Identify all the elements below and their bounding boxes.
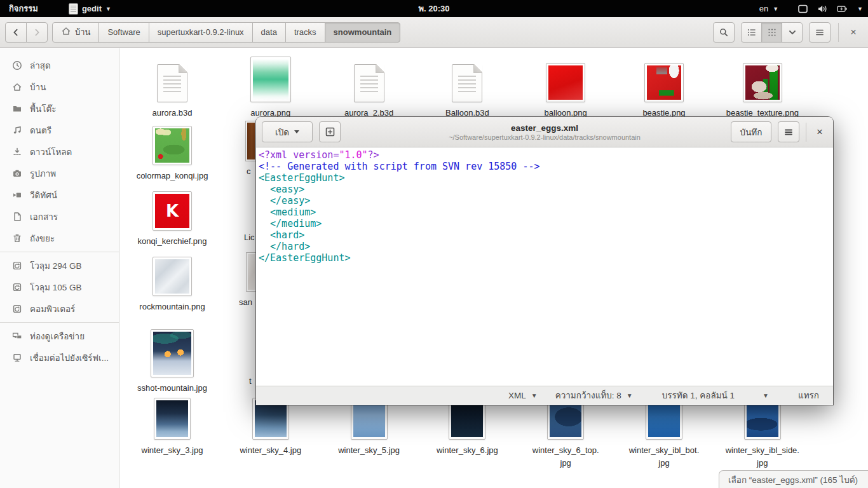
file-item[interactable]: beastie.png: [616, 54, 712, 119]
selection-status-text: เลือก “easter_eggs.xml” (165 ไบต์): [728, 473, 858, 487]
sidebar-item-label: บ้าน: [30, 80, 46, 94]
sidebar-item[interactable]: ดาวน์โหลด: [0, 141, 119, 163]
gedit-window: เปิด easter_eggs.xml ~/Software/supertux…: [256, 117, 833, 405]
file-item[interactable]: aurora.b3d: [125, 54, 220, 119]
file-item[interactable]: Balloon.b3d: [419, 54, 515, 119]
code-line: <EasterEggHunt>: [259, 172, 833, 184]
code-line: </EasterEggHunt>: [259, 252, 833, 264]
image-thumbnail: [153, 126, 192, 165]
sidebar-item[interactable]: ท่องดูเครือข่าย: [0, 325, 119, 347]
file-item[interactable]: rockmountain.png: [125, 250, 220, 313]
image-thumbnail: [250, 57, 291, 102]
sidebar-item-label: ท่องดูเครือข่าย: [30, 329, 85, 343]
file-item[interactable]: colormap_konqi.jpg: [125, 119, 220, 182]
activities-button[interactable]: กิจกรรม: [0, 0, 47, 17]
battery-charging-icon[interactable]: [837, 4, 848, 14]
search-button[interactable]: [713, 22, 735, 43]
download-icon: [11, 147, 22, 157]
display-icon[interactable]: [797, 4, 808, 14]
sidebar-item[interactable]: พื้นโต๊ะ: [0, 98, 119, 119]
file-name-label: winter_sky_6_top. jpg: [532, 444, 599, 470]
code-line: <!-- Generated with script from SVN rev …: [259, 161, 833, 172]
file-name-label: winter_sky_6.jpg: [437, 444, 498, 457]
code-line: <medium>: [259, 207, 833, 218]
sidebar-item[interactable]: คอมพิวเตอร์: [0, 298, 119, 320]
file-name-label: colormap_konqi.jpg: [137, 170, 208, 182]
sidebar-item-label: ถังขยะ: [30, 231, 55, 245]
app-menu-button[interactable]: gedit ▼: [62, 0, 118, 17]
file-item[interactable]: aurora.png: [223, 54, 318, 119]
sidebar-item[interactable]: วีดิทัศน์: [0, 184, 119, 206]
image-thumbnail: [546, 63, 585, 102]
files-close-button[interactable]: ×: [845, 24, 862, 41]
document-file-icon: [354, 64, 384, 102]
files-toolbar: บ้านSoftwaresupertuxkart-0.9.2-linuxdata…: [0, 17, 868, 48]
camera-icon: [11, 168, 22, 179]
file-item[interactable]: winter_sky_3.jpg: [125, 393, 220, 457]
breadcrumb-label: supertuxkart-0.9.2-linux: [158, 27, 244, 37]
code-line: <?xml version="1.0"?>: [259, 149, 833, 161]
open-button[interactable]: เปิด: [262, 121, 313, 142]
file-item[interactable]: beastie_texture.png: [715, 54, 810, 119]
volume-icon[interactable]: [817, 4, 828, 14]
breadcrumb-segment[interactable]: tracks: [285, 22, 325, 43]
sidebar-item[interactable]: เชื่อมต่อไปยังเซิร์ฟเ...: [0, 347, 119, 369]
gedit-close-button[interactable]: ×: [811, 124, 828, 140]
system-menu-chevron-icon[interactable]: ▼: [857, 6, 863, 12]
document-icon: [11, 212, 22, 222]
document-file-icon: [452, 64, 482, 102]
selection-status-bar: เลือก “easter_eggs.xml” (165 ไบต์): [719, 470, 868, 488]
code-line: </easy>: [259, 195, 833, 207]
save-button-label: บันทึก: [740, 125, 763, 139]
save-button[interactable]: บันทึก: [731, 121, 771, 142]
sidebar-item[interactable]: บ้าน: [0, 76, 119, 98]
file-item[interactable]: sshot-mountain.jpg: [125, 316, 220, 395]
breadcrumb-segment[interactable]: Software: [98, 22, 149, 43]
gedit-app-icon: [69, 3, 78, 15]
text-editor[interactable]: <?xml version="1.0"?><!-- Generated with…: [256, 147, 833, 386]
grid-view-button[interactable]: [761, 22, 782, 43]
file-item[interactable]: balloon.png: [518, 54, 613, 119]
app-menu-label: gedit: [82, 4, 102, 13]
sidebar-item[interactable]: โวลุม 105 GB: [0, 276, 119, 298]
sidebar-item-label: วีดิทัศน์: [30, 188, 57, 202]
sidebar-item[interactable]: ดนตรี: [0, 119, 119, 141]
top-bar: กิจกรรม gedit ▼ พ. 20:30 en ▼ ▼: [0, 0, 868, 17]
breadcrumb-label: บ้าน: [75, 25, 90, 39]
breadcrumb-segment[interactable]: supertuxkart-0.9.2-linux: [149, 22, 253, 43]
partial-thumbnail[interactable]: [246, 252, 257, 292]
list-view-button[interactable]: [741, 22, 762, 43]
image-thumbnail: [743, 63, 782, 102]
breadcrumb-label: Software: [107, 27, 140, 37]
breadcrumb-segment[interactable]: data: [252, 22, 286, 43]
forward-button[interactable]: [26, 22, 48, 43]
gedit-menu-button[interactable]: [778, 121, 799, 142]
files-menu-button[interactable]: [809, 22, 831, 43]
breadcrumb-segment[interactable]: บ้าน: [52, 22, 99, 43]
tab-width-dropdown[interactable]: ความกว้างแท็บ: 8 ▼: [555, 388, 633, 402]
breadcrumb-label: snowmountain: [334, 27, 392, 37]
sidebar-item[interactable]: ถังขยะ: [0, 227, 119, 249]
sidebar-item-label: ดาวน์โหลด: [30, 145, 72, 159]
breadcrumb-label: data: [261, 27, 277, 37]
sidebar-item[interactable]: โวลุม 294 GB: [0, 255, 119, 276]
sidebar-item[interactable]: รูปภาพ: [0, 163, 119, 184]
sidebar-separator: [0, 252, 119, 252]
file-name-label: winter_sky_ibl_side. jpg: [726, 444, 799, 470]
clock[interactable]: พ. 20:30: [418, 2, 449, 15]
language-label: XML: [508, 391, 526, 400]
file-item[interactable]: aurora_2.b3d: [322, 54, 417, 119]
file-item[interactable]: Kkonqi_kerchief.png: [125, 185, 220, 248]
sidebar-item[interactable]: ล่าสุด: [0, 55, 119, 76]
document-path: ~/Software/supertuxkart-0.9.2-linux/data…: [367, 133, 722, 141]
breadcrumb-segment[interactable]: snowmountain: [325, 22, 401, 43]
keyboard-layout-button[interactable]: en ▼: [759, 4, 778, 13]
sidebar-item[interactable]: เอกสาร: [0, 206, 119, 227]
language-dropdown[interactable]: XML ▼: [508, 391, 538, 400]
goto-line-chevron[interactable]: ▼: [763, 392, 769, 399]
home-icon: [61, 26, 71, 38]
new-tab-button[interactable]: [319, 121, 341, 142]
partial-thumbnail[interactable]: [245, 121, 257, 161]
back-button[interactable]: [5, 22, 27, 43]
view-options-chevron-button[interactable]: [782, 22, 803, 43]
